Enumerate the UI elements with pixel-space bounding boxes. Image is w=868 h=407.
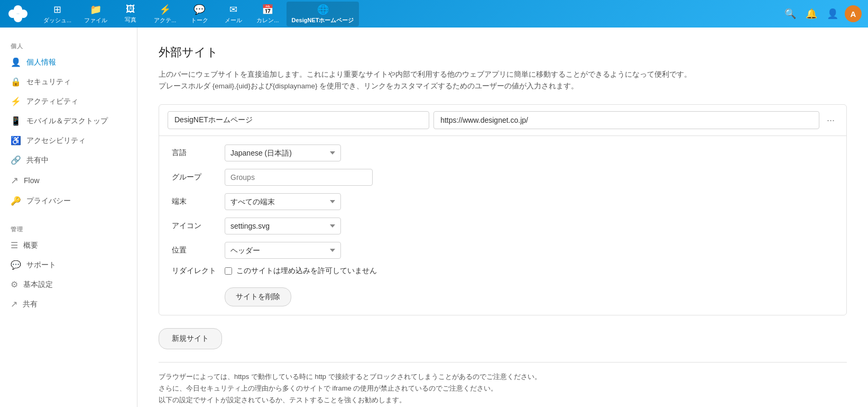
search-button[interactable]: 🔍 bbox=[781, 5, 799, 23]
sharing2-icon: ↗ bbox=[11, 299, 17, 309]
sidebar-item-profile[interactable]: 👤 個人情報 bbox=[0, 52, 137, 72]
language-select[interactable]: Japanese (日本語) English bbox=[225, 144, 341, 161]
share-icon: 🔗 bbox=[11, 155, 21, 165]
language-row: 言語 Japanese (日本語) English bbox=[172, 144, 834, 161]
sidebar-item-privacy[interactable]: 🔑 プライバシー bbox=[0, 191, 137, 211]
files-icon: 📁 bbox=[90, 4, 101, 15]
redirect-checkbox[interactable] bbox=[225, 267, 232, 275]
group-row: グループ bbox=[172, 169, 834, 186]
nav-activity[interactable]: ⚡ アクテ... bbox=[149, 2, 181, 26]
homepage-icon: 🌐 bbox=[317, 4, 329, 15]
redirect-label: リダイレクト bbox=[172, 266, 225, 276]
sidebar-item-flow[interactable]: ↗ Flow bbox=[0, 170, 137, 191]
dashboard-icon: ⊞ bbox=[53, 4, 61, 15]
device-label: 端末 bbox=[172, 197, 225, 206]
site-card-body: 言語 Japanese (日本語) English グループ 端末 すべての端末 bbox=[159, 136, 846, 315]
sidebar-section-personal: 個人 bbox=[0, 36, 137, 52]
photos-icon: 🖼 bbox=[126, 4, 135, 15]
support-icon: 💬 bbox=[11, 260, 21, 270]
sidebar-item-sharing[interactable]: 🔗 共有中 bbox=[0, 150, 137, 170]
device-select[interactable]: すべての端末 デスクトップ モバイル bbox=[225, 193, 341, 210]
sidebar-section-admin: 管理 bbox=[0, 219, 137, 236]
sidebar-item-support[interactable]: 💬 サポート bbox=[0, 255, 137, 275]
nav-files[interactable]: 📁 ファイル bbox=[79, 2, 113, 26]
sidebar-item-settings[interactable]: ⚙ 基本設定 bbox=[0, 275, 137, 294]
nav-dashboard[interactable]: ⊞ ダッシュ... bbox=[38, 2, 77, 26]
profile-icon: 👤 bbox=[11, 57, 21, 67]
site-card-header: ··· bbox=[159, 105, 846, 136]
icon-select[interactable]: settings.svg home.svg star.svg bbox=[225, 218, 341, 234]
nextcloud-logo-svg[interactable] bbox=[6, 2, 30, 25]
groups-input[interactable] bbox=[225, 169, 373, 186]
flow-icon: ↗ bbox=[11, 175, 19, 186]
sidebar-item-activity[interactable]: ⚡ アクティビティ bbox=[0, 92, 137, 111]
nav-homepage[interactable]: 🌐 DesigNETホームページ bbox=[287, 2, 359, 26]
sidebar: 個人 👤 個人情報 🔒 セキュリティ ⚡ アクティビティ 📱 モバイル＆デスクト… bbox=[0, 28, 137, 407]
language-label: 言語 bbox=[172, 148, 225, 158]
topnav-right: 🔍 🔔 👤 A bbox=[781, 5, 862, 23]
app-layout: 個人 👤 個人情報 🔒 セキュリティ ⚡ アクティビティ 📱 モバイル＆デスクト… bbox=[0, 28, 868, 407]
position-label: 位置 bbox=[172, 246, 225, 255]
device-row: 端末 すべての端末 デスクトップ モバイル bbox=[172, 193, 834, 210]
icon-row: アイコン settings.svg home.svg star.svg bbox=[172, 218, 834, 234]
nav-talk[interactable]: 💬 トーク bbox=[183, 2, 215, 26]
icon-label: アイコン bbox=[172, 221, 225, 231]
description: 上のバーにウェブサイトを直接追加します。これにより重要なサイトや内部で利用する他… bbox=[159, 69, 847, 92]
nav-calendar[interactable]: 📅 カレン... bbox=[251, 2, 284, 26]
settings-icon: ⚙ bbox=[11, 279, 18, 290]
position-row: 位置 ヘッダー ナビゲーション bbox=[172, 242, 834, 259]
group-label: グループ bbox=[172, 173, 225, 182]
main-content: 外部サイト 上のバーにウェブサイトを直接追加します。これにより重要なサイトや内部… bbox=[137, 28, 868, 407]
topnav: ⊞ ダッシュ... 📁 ファイル 🖼 写真 ⚡ アクテ... 💬 トーク ✉ メ… bbox=[0, 0, 868, 28]
svg-point-4 bbox=[9, 10, 16, 17]
talk-icon: 💬 bbox=[193, 4, 205, 15]
sidebar-item-security[interactable]: 🔒 セキュリティ bbox=[0, 72, 137, 92]
avatar[interactable]: A bbox=[845, 5, 862, 22]
sidebar-item-mobile[interactable]: 📱 モバイル＆デスクトップ bbox=[0, 111, 137, 131]
redirect-checkbox-label: このサイトは埋め込みを許可していません bbox=[236, 266, 377, 276]
site-card: ··· 言語 Japanese (日本語) English グループ bbox=[159, 104, 847, 315]
footer-note: ブラウザーによっては、https で動作している時に http で接続するとブロ… bbox=[159, 362, 847, 406]
notifications-button[interactable]: 🔔 bbox=[802, 5, 820, 23]
redirect-row: リダイレクト このサイトは埋め込みを許可していません bbox=[172, 266, 834, 276]
key-icon: 🔑 bbox=[11, 196, 21, 206]
lock-icon: 🔒 bbox=[11, 77, 21, 87]
overview-icon: ☰ bbox=[11, 240, 18, 250]
delete-site-button[interactable]: サイトを削除 bbox=[225, 287, 291, 306]
delete-row: サイトを削除 bbox=[172, 283, 834, 306]
page-title: 外部サイト bbox=[159, 44, 847, 60]
redirect-checkbox-row: このサイトは埋め込みを許可していません bbox=[225, 266, 377, 276]
sidebar-item-overview[interactable]: ☰ 概要 bbox=[0, 236, 137, 255]
activity-sidebar-icon: ⚡ bbox=[11, 96, 21, 106]
sidebar-item-accessibility[interactable]: ♿ アクセシビリティ bbox=[0, 131, 137, 150]
mobile-icon: 📱 bbox=[11, 116, 21, 126]
sidebar-item-sharing2[interactable]: ↗ 共有 bbox=[0, 294, 137, 314]
new-site-button[interactable]: 新規サイト bbox=[159, 328, 222, 349]
contacts-button[interactable]: 👤 bbox=[824, 5, 842, 23]
nav-mail[interactable]: ✉ メール bbox=[217, 2, 249, 26]
position-select[interactable]: ヘッダー ナビゲーション bbox=[225, 242, 341, 259]
nav-photos[interactable]: 🖼 写真 bbox=[115, 2, 146, 26]
site-more-button[interactable]: ··· bbox=[824, 113, 838, 128]
calendar-icon: 📅 bbox=[262, 4, 273, 15]
svg-point-5 bbox=[20, 10, 27, 17]
activity-icon: ⚡ bbox=[159, 4, 171, 15]
site-name-input[interactable] bbox=[168, 111, 429, 129]
site-url-input[interactable] bbox=[433, 111, 819, 129]
mail-icon: ✉ bbox=[229, 4, 237, 15]
accessibility-icon: ♿ bbox=[11, 135, 21, 146]
